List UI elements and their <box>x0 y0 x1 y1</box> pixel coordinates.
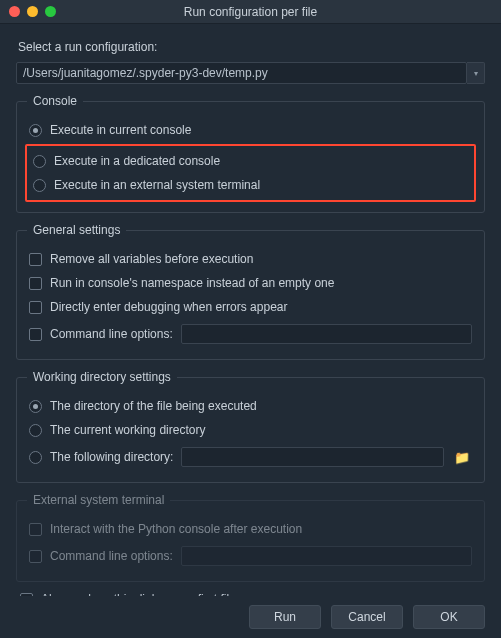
radio-icon <box>33 155 46 168</box>
console-legend: Console <box>27 94 83 108</box>
external-cli-row: Command line options: <box>27 541 474 571</box>
config-path-field[interactable]: /Users/juanitagomez/.spyder-py3-dev/temp… <box>16 62 467 84</box>
opt-label: Interact with the Python console after e… <box>50 522 302 536</box>
checkbox-icon <box>29 253 42 266</box>
opt-label: Directly enter debugging when errors app… <box>50 300 287 314</box>
general-group: General settings Remove all variables be… <box>16 223 485 360</box>
config-path-dropdown[interactable]: ▾ <box>467 62 485 84</box>
general-remove-vars[interactable]: Remove all variables before execution <box>27 247 474 271</box>
external-legend: External system terminal <box>27 493 170 507</box>
opt-label: Execute in an external system terminal <box>54 178 260 192</box>
radio-icon <box>33 179 46 192</box>
titlebar: Run configuration per file <box>0 0 501 24</box>
chevron-down-icon: ▾ <box>474 69 478 78</box>
general-cli-input[interactable] <box>181 324 472 344</box>
checkbox-icon[interactable] <box>29 328 42 341</box>
external-cli-input <box>181 546 472 566</box>
config-path-row: /Users/juanitagomez/.spyder-py3-dev/temp… <box>16 62 485 84</box>
console-opt-dedicated[interactable]: Execute in a dedicated console <box>31 149 470 173</box>
opt-label: The directory of the file being executed <box>50 399 257 413</box>
console-group: Console Execute in current console Execu… <box>16 94 485 213</box>
window-title: Run configuration per file <box>0 5 501 19</box>
workdir-following-input[interactable] <box>181 447 444 467</box>
opt-label: The current working directory <box>50 423 205 437</box>
external-interact: Interact with the Python console after e… <box>27 517 474 541</box>
opt-label: Run in console's namespace instead of an… <box>50 276 334 290</box>
radio-icon <box>29 400 42 413</box>
checkbox-icon <box>29 301 42 314</box>
opt-label: The following directory: <box>50 450 173 464</box>
dialog-content: Select a run configuration: /Users/juani… <box>0 24 501 606</box>
radio-icon <box>29 124 42 137</box>
general-debug[interactable]: Directly enter debugging when errors app… <box>27 295 474 319</box>
checkbox-icon <box>29 550 42 563</box>
radio-icon[interactable] <box>29 451 42 464</box>
console-opt-current[interactable]: Execute in current console <box>27 118 474 142</box>
workdir-cwd[interactable]: The current working directory <box>27 418 474 442</box>
workdir-legend: Working directory settings <box>27 370 177 384</box>
opt-label: Command line options: <box>50 549 173 563</box>
select-config-label: Select a run configuration: <box>18 40 485 54</box>
workdir-group: Working directory settings The directory… <box>16 370 485 483</box>
opt-label: Command line options: <box>50 327 173 341</box>
checkbox-icon <box>29 523 42 536</box>
folder-icon[interactable]: 📁 <box>452 450 472 465</box>
opt-label: Remove all variables before execution <box>50 252 253 266</box>
external-group: External system terminal Interact with t… <box>16 493 485 582</box>
run-button[interactable]: Run <box>249 605 321 629</box>
general-cli-row: Command line options: <box>27 319 474 349</box>
highlighted-options: Execute in a dedicated console Execute i… <box>25 144 476 202</box>
radio-icon <box>29 424 42 437</box>
workdir-following-row: The following directory: 📁 <box>27 442 474 472</box>
opt-label: Execute in a dedicated console <box>54 154 220 168</box>
general-namespace[interactable]: Run in console's namespace instead of an… <box>27 271 474 295</box>
button-bar: Run Cancel OK <box>0 596 501 638</box>
ok-button[interactable]: OK <box>413 605 485 629</box>
workdir-file-dir[interactable]: The directory of the file being executed <box>27 394 474 418</box>
console-opt-external[interactable]: Execute in an external system terminal <box>31 173 470 197</box>
opt-label: Execute in current console <box>50 123 191 137</box>
cancel-button[interactable]: Cancel <box>331 605 403 629</box>
general-legend: General settings <box>27 223 126 237</box>
checkbox-icon <box>29 277 42 290</box>
